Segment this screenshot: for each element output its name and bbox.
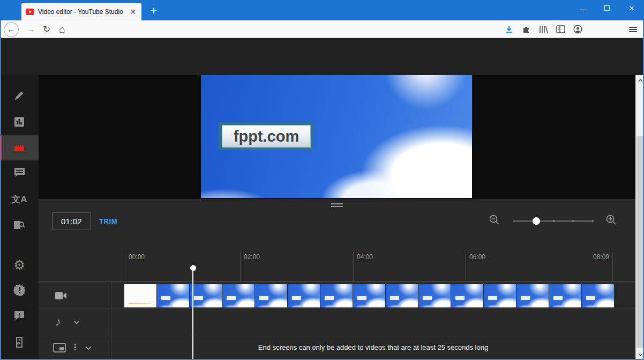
ruler-tick-label: 06:00 — [469, 253, 485, 261]
filmstrip-thumbnail[interactable] — [124, 284, 156, 307]
refresh-button[interactable]: ↻ — [39, 20, 55, 38]
ruler-tick-label: 04:00 — [357, 253, 373, 261]
sidebar-item-feedback[interactable] — [0, 303, 39, 328]
timeline-panel: 01:02 TRIM 00:0002:0004:0006:0008:09 ♪ — [39, 199, 635, 360]
trim-button[interactable]: TRIM — [99, 217, 117, 225]
video-filmstrip[interactable] — [124, 284, 614, 307]
filmstrip-thumbnail[interactable] — [418, 284, 451, 307]
extension-puzzle-icon[interactable] — [518, 20, 535, 38]
zoom-out-icon[interactable] — [489, 214, 500, 226]
camera-icon — [55, 291, 67, 300]
sidebar-item-comments[interactable] — [0, 160, 39, 186]
sidebar-item-audio[interactable] — [0, 212, 39, 238]
downloads-icon[interactable] — [500, 20, 518, 38]
filmstrip-thumbnail[interactable] — [255, 284, 287, 307]
sidebars-icon[interactable] — [552, 20, 569, 38]
browser-titlebar: Video editor - YouTube Studio ✕ + ✕ — [0, 0, 644, 20]
feedback-icon — [14, 311, 25, 321]
playhead-handle[interactable] — [190, 265, 196, 271]
ruler-tick-label: 02:00 — [244, 253, 260, 261]
filmstrip-thumbnail[interactable] — [386, 284, 418, 307]
studio-sidebar: 文A ⚙ — [0, 75, 39, 360]
library-icon[interactable] — [535, 20, 552, 38]
endscreen-pip-icon — [53, 343, 66, 352]
exit-icon — [14, 336, 25, 348]
zoom-slider-handle[interactable] — [533, 217, 540, 225]
window-border-left — [0, 20, 1, 360]
ruler-tick — [240, 252, 241, 281]
home-button[interactable]: ⌂ — [54, 20, 70, 38]
filmstrip-thumbnail[interactable] — [582, 284, 614, 307]
window-close-button[interactable]: ✕ — [619, 0, 644, 16]
sidebar-item-analytics[interactable] — [0, 109, 39, 135]
audio-search-icon — [13, 219, 25, 230]
watermark-text: fppt.com — [234, 128, 299, 145]
endscreen-message: End screens can only be added to videos … — [111, 343, 635, 351]
current-time-field[interactable]: 01:02 — [52, 212, 91, 230]
browser-window: Video editor - YouTube Studio ✕ + ✕ ← → … — [0, 0, 644, 360]
back-button[interactable]: ← — [3, 20, 20, 38]
tab-title: Video editor - YouTube Studio — [38, 8, 125, 16]
ruler-tick — [125, 252, 125, 281]
filmstrip-thumbnail[interactable] — [549, 284, 581, 307]
tab-close-icon[interactable]: ✕ — [129, 8, 137, 16]
filmstrip-thumbnail[interactable] — [190, 284, 222, 307]
browser-tab[interactable]: Video editor - YouTube Studio ✕ — [21, 3, 141, 20]
ruler-tick-label: 00:00 — [129, 253, 145, 261]
ruler-tick — [353, 252, 354, 281]
sidebar-item-exit[interactable] — [0, 329, 39, 355]
video-player: fppt.com — [201, 75, 472, 198]
playhead-line[interactable] — [192, 268, 193, 360]
video-watermark: fppt.com — [219, 122, 314, 150]
new-tab-button[interactable]: + — [146, 4, 162, 18]
endscreen-track-label: ••• — [39, 339, 111, 356]
timeline-zoom-controls — [489, 214, 623, 228]
forward-button[interactable]: → — [23, 20, 39, 38]
filmstrip-thumbnail[interactable] — [484, 284, 516, 307]
analytics-icon — [14, 116, 25, 127]
preview-stage: fppt.com — [39, 75, 635, 199]
sidebar-item-translations[interactable]: 文A — [0, 186, 39, 212]
filmstrip-thumbnail[interactable] — [320, 284, 353, 307]
sidebar-item-editor[interactable] — [0, 135, 39, 160]
window-maximize-button[interactable] — [595, 0, 619, 16]
filmstrip-thumbnail[interactable] — [222, 284, 254, 307]
zoom-in-icon[interactable] — [605, 214, 617, 226]
sidebar-item-settings[interactable]: ⚙ — [0, 252, 39, 278]
ruler-tick — [612, 252, 613, 281]
sidebar-item-details[interactable] — [0, 83, 39, 108]
timeline-ruler[interactable]: 00:0002:0004:0006:0008:09 — [39, 244, 635, 281]
firefox-menu-icon[interactable] — [624, 20, 641, 38]
music-note-icon: ♪ — [55, 315, 61, 329]
ruler-tick-label: 08:09 — [593, 253, 609, 261]
settings-gear-icon: ⚙ — [13, 258, 25, 273]
window-minimize-button[interactable] — [570, 0, 595, 16]
filmstrip-thumbnail[interactable] — [451, 284, 483, 307]
filmstrip-thumbnail[interactable] — [288, 284, 320, 307]
gear-alert-icon — [13, 284, 25, 296]
editor-icon — [13, 142, 25, 153]
comments-icon — [14, 167, 25, 178]
back-arrow-icon: ← — [4, 22, 19, 37]
studio-header: Studio beta ← Powerbullet Presenter Samp… — [0, 38, 644, 75]
filmstrip-thumbnail[interactable] — [516, 284, 549, 307]
translate-icon: 文A — [11, 193, 27, 205]
audio-track-label: ♪ — [39, 313, 111, 330]
endscreen-expand-chevron-icon[interactable] — [85, 346, 92, 350]
filmstrip-thumbnail[interactable] — [157, 284, 189, 307]
zoom-slider-dot — [592, 220, 594, 222]
video-track-label — [39, 287, 111, 304]
zoom-slider-dot — [572, 220, 574, 222]
panel-resize-handle[interactable] — [331, 202, 343, 209]
youtube-favicon-icon — [26, 9, 34, 15]
ruler-tick — [466, 252, 466, 281]
zoom-slider-track[interactable] — [513, 221, 593, 222]
audio-expand-chevron-icon[interactable] — [73, 320, 80, 325]
browser-toolbar: ← → ↻ ⌂ i https://studio.youtube.com/vid… — [0, 20, 644, 38]
filmstrip-thumbnail[interactable] — [353, 284, 385, 307]
pencil-icon — [14, 90, 25, 101]
zoom-slider-dot — [553, 220, 555, 222]
sidebar-item-beta-info[interactable] — [0, 277, 39, 303]
account-icon[interactable] — [569, 20, 586, 38]
endscreen-options-kebab-icon[interactable]: ••• — [74, 344, 77, 351]
